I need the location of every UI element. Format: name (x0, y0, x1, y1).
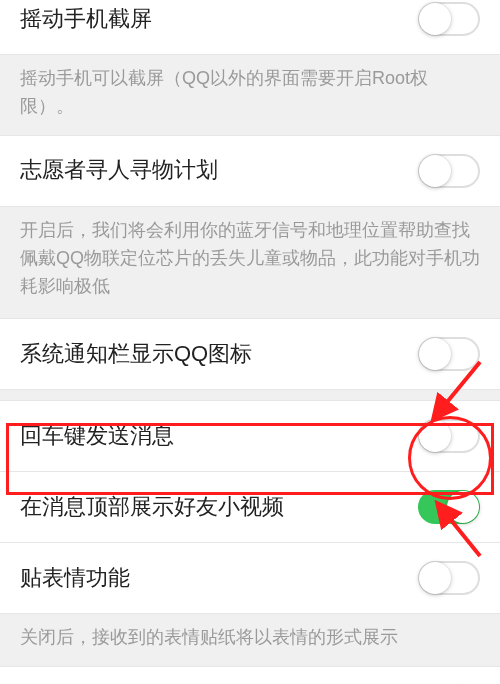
setting-row-shake-screenshot[interactable]: 摇动手机截屏 (0, 0, 500, 55)
setting-row-enter-send[interactable]: 回车键发送消息 (0, 400, 500, 472)
toggle-sticker-feature[interactable] (418, 561, 480, 595)
toggle-shake-screenshot[interactable] (418, 2, 480, 36)
setting-title: 在消息顶部展示好友小视频 (20, 493, 418, 522)
toggle-friend-short-video[interactable] (418, 490, 480, 524)
setting-title: 摇动手机截屏 (20, 5, 418, 34)
setting-row-show-qq-icon[interactable]: 系统通知栏显示QQ图标 (0, 318, 500, 390)
setting-desc: 开启后，我们将会利用你的蓝牙信号和地理位置帮助查找佩戴QQ物联定位芯片的丢失儿童… (0, 207, 500, 319)
toggle-volunteer-plan[interactable] (418, 154, 480, 188)
toggle-enter-send[interactable] (418, 419, 480, 453)
setting-title: 回车键发送消息 (20, 422, 418, 451)
setting-desc: 关闭后，接收到的表情贴纸将以表情的形式展示 (0, 614, 500, 666)
setting-row-friend-short-video[interactable]: 在消息顶部展示好友小视频 (0, 472, 500, 543)
setting-row-doutu[interactable]: 斗图功能 (0, 666, 500, 684)
setting-desc: 摇动手机可以截屏（QQ以外的界面需要开启Root权限）。 (0, 55, 500, 135)
setting-row-sticker-feature[interactable]: 贴表情功能 (0, 543, 500, 614)
setting-title: 贴表情功能 (20, 564, 418, 593)
setting-title: 志愿者寻人寻物计划 (20, 156, 418, 185)
setting-row-volunteer-plan[interactable]: 志愿者寻人寻物计划 (0, 135, 500, 207)
setting-title: 系统通知栏显示QQ图标 (20, 340, 418, 369)
toggle-show-qq-icon[interactable] (418, 337, 480, 371)
settings-list: 摇动手机截屏 摇动手机可以截屏（QQ以外的界面需要开启Root权限）。 志愿者寻… (0, 0, 500, 684)
